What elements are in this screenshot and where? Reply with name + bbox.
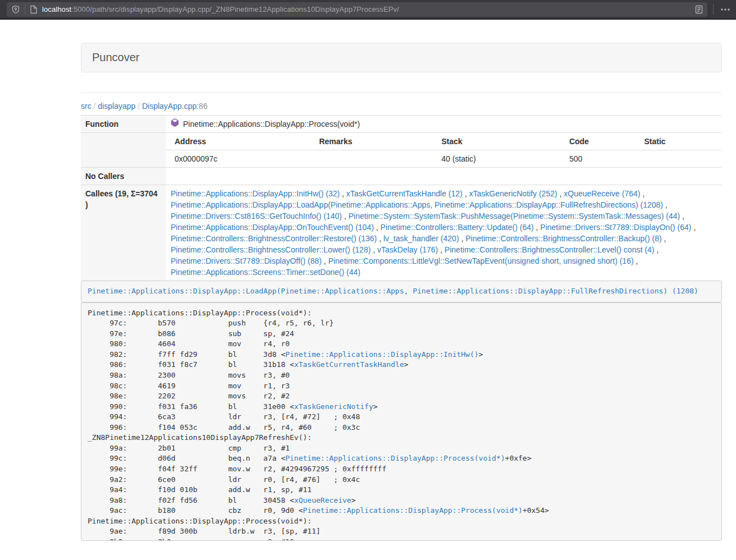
breadcrumb-link[interactable]: DisplayApp.cpp [142, 102, 196, 111]
breadcrumb-line-number: :86 [196, 102, 207, 111]
static-value [636, 150, 722, 168]
callee-separator: , [680, 212, 684, 221]
callee-link[interactable]: Pinetime::Components::LittleVgl::SetNewT… [328, 256, 634, 265]
highlighted-callee-box: Pinetime::Applications::DisplayApp::Load… [81, 281, 722, 302]
page-icon[interactable] [30, 5, 38, 14]
menu-dots-icon[interactable] [717, 2, 734, 17]
divider [81, 93, 722, 93]
breadcrumb-separator: / [92, 102, 98, 111]
callee-separator: , [640, 189, 644, 198]
callees-row: Callees (19, Σ=3704 ) Pinetime::Applicat… [81, 185, 722, 281]
callee-separator: , [340, 189, 346, 198]
callee-separator: , [534, 223, 541, 232]
callee-separator: , [371, 245, 377, 254]
callee-separator: , [322, 256, 328, 265]
url-bar[interactable]: localhost:5000/path/src/displayapp/Displ… [7, 2, 707, 17]
col-header-stack: Stack [433, 133, 561, 150]
callee-link[interactable]: Pinetime::System::SystemTask::PushMessag… [349, 212, 680, 221]
callee-link[interactable]: Pinetime::Applications::DisplayApp::OnTo… [171, 223, 374, 232]
divider [25, 4, 25, 14]
callee-link[interactable]: Pinetime::Drivers::St7789::DisplayOn() (… [540, 223, 691, 232]
callee-separator: , [663, 200, 668, 209]
callee-link[interactable]: Pinetime::Drivers::Cst816S::GetTouchInfo… [171, 212, 342, 221]
callee-separator: , [342, 212, 349, 221]
function-name: Pinetime::Applications::DisplayApp::Proc… [183, 118, 360, 130]
url-path: :5000/path/src/displayapp/DisplayApp.cpp… [71, 5, 399, 13]
function-table: Function Pinetime::Applications::Display… [81, 115, 722, 281]
callee-separator: , [374, 223, 381, 232]
code-value: 500 [561, 150, 636, 168]
callee-separator: , [662, 234, 666, 243]
callee-link[interactable]: Pinetime::Controllers::BrightnessControl… [465, 234, 661, 243]
highlighted-callee-link[interactable]: Pinetime::Applications::DisplayApp::Load… [88, 287, 698, 295]
callee-separator: , [463, 189, 469, 198]
callee-separator: , [438, 245, 445, 254]
function-row-label: Function [81, 116, 166, 133]
metrics-row: Address Remarks Stack Code Static 0x0000… [81, 133, 722, 168]
callees-list: Pinetime::Applications::DisplayApp::Init… [166, 185, 722, 281]
callees-label: Callees (19, Σ=3704 ) [81, 185, 166, 281]
code-symbol-link[interactable]: xTaskGetCurrentTaskHandle [294, 360, 404, 369]
breadcrumb-separator: / [135, 102, 142, 111]
col-header-static: Static [636, 133, 722, 150]
callee-link[interactable]: Pinetime::Applications::DisplayApp::Load… [171, 200, 663, 209]
code-symbol-link[interactable]: xQueueReceive [294, 496, 351, 504]
divider [713, 4, 714, 15]
callee-link[interactable]: Pinetime::Controllers::Battery::Update()… [381, 223, 534, 232]
metrics-table: Address Remarks Stack Code Static 0x0000… [166, 133, 722, 167]
callee-link[interactable]: Pinetime::Applications::Screens::Timer::… [171, 268, 360, 277]
function-row: Function Pinetime::Applications::Display… [81, 116, 722, 133]
reader-mode-icon[interactable] [695, 5, 703, 14]
col-header-remarks: Remarks [310, 133, 433, 150]
browser-toolbar: localhost:5000/path/src/displayapp/Displ… [0, 0, 736, 20]
callee-link[interactable]: Pinetime::Controllers::BrightnessControl… [171, 234, 377, 243]
breadcrumb: src / displayapp / DisplayApp.cpp:86 [81, 102, 722, 111]
metrics-header-row: Address Remarks Stack Code Static [166, 133, 722, 150]
callee-separator: , [692, 223, 696, 232]
breadcrumb-link[interactable]: displayapp [98, 102, 135, 111]
callee-link[interactable]: xTaskGetCurrentTaskHandle (12) [346, 189, 463, 198]
disassembly-code: Pinetime::Applications::DisplayApp::Proc… [81, 302, 722, 541]
callee-link[interactable]: vTaskDelay (176) [377, 245, 438, 254]
callee-separator: , [654, 245, 659, 254]
col-header-address: Address [166, 133, 310, 150]
callee-separator: , [377, 234, 383, 243]
app-header-panel: Puncover [81, 43, 722, 72]
code-symbol-link[interactable]: Pinetime::Applications::DisplayApp::Proc… [285, 454, 505, 462]
callee-separator: , [634, 256, 638, 265]
page-content: Puncover src / displayapp / DisplayApp.c… [81, 43, 722, 541]
metrics-value-row: 0x0000097c 40 (static) 500 [166, 150, 722, 168]
page-title: Puncover [92, 51, 711, 64]
no-callers-label: No Callers [81, 168, 166, 185]
symbol-cube-icon [171, 118, 179, 130]
callee-link[interactable]: Pinetime::Drivers::St7789::DisplayOff() … [171, 256, 322, 265]
metrics-row-spacer [81, 133, 166, 168]
callee-link[interactable]: xTaskGenericNotify (252) [469, 189, 557, 198]
remarks-value [310, 150, 433, 168]
stack-value: 40 (static) [433, 150, 561, 168]
callee-link[interactable]: lv_task_handler (420) [383, 234, 459, 243]
callee-link[interactable]: Pinetime::Controllers::BrightnessControl… [171, 245, 371, 254]
no-callers-row: No Callers [81, 168, 722, 185]
url-text[interactable]: localhost:5000/path/src/displayapp/Displ… [42, 5, 399, 13]
address-value: 0x0000097c [166, 150, 310, 168]
code-symbol-link[interactable]: Pinetime::Applications::DisplayApp::Init… [285, 350, 478, 359]
code-symbol-link[interactable]: Pinetime::Applications::DisplayApp::Proc… [303, 506, 523, 515]
breadcrumb-link[interactable]: src [81, 102, 92, 111]
shield-icon[interactable] [11, 5, 20, 14]
callee-link[interactable]: Pinetime::Applications::DisplayApp::Init… [171, 189, 340, 198]
callee-link[interactable]: Pinetime::Controllers::BrightnessControl… [445, 245, 654, 254]
callee-link[interactable]: xQueueReceive (764) [564, 189, 640, 198]
callee-separator: , [459, 234, 466, 243]
col-header-code: Code [561, 133, 636, 150]
callee-separator: , [557, 189, 564, 198]
url-host: localhost [42, 5, 71, 13]
code-symbol-link[interactable]: xTaskGenericNotify [294, 402, 373, 411]
